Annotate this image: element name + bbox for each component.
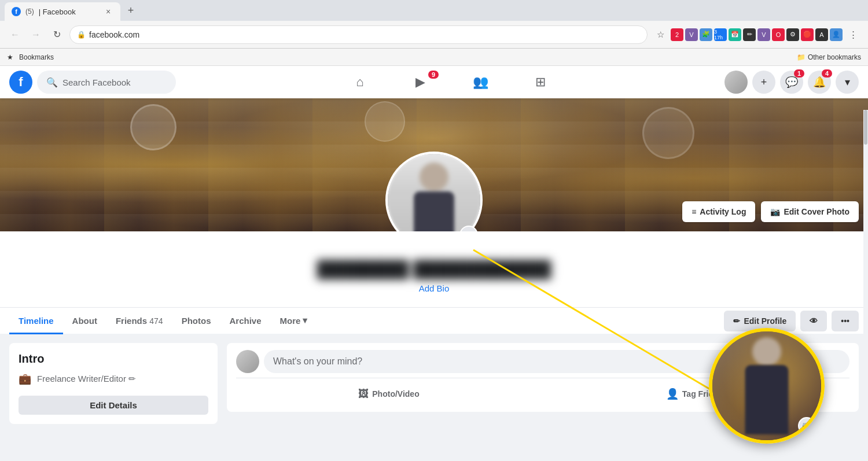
scrollbar-thumb: [864, 110, 867, 145]
cover-buttons: ≡ Activity Log 📷 Edit Cover Photo: [682, 201, 859, 222]
tab-friends[interactable]: Friends 474: [106, 309, 172, 334]
view-as-button[interactable]: 👁: [800, 311, 827, 331]
home-icon: ⌂: [356, 75, 363, 90]
new-tab-button[interactable]: +: [123, 2, 139, 19]
intro-title: Intro: [19, 352, 208, 366]
ext-icon-1[interactable]: 2: [671, 28, 683, 41]
edit-details-button[interactable]: Edit Details: [19, 396, 208, 415]
tag-friends-button[interactable]: 👤 Tag Friends: [544, 383, 849, 405]
notifications-badge: 4: [822, 69, 832, 78]
create-post-top: What's on your mind?: [236, 350, 849, 373]
edit-cover-camera-icon: 📷: [770, 207, 780, 216]
ext-icon-5[interactable]: 📅: [729, 28, 741, 41]
activity-log-icon: ≡: [692, 207, 696, 216]
browser-frame: f (5) | Facebook × + ← → ↻ 🔒 facebook.co…: [0, 0, 868, 461]
video-badge: 9: [428, 71, 439, 79]
ext-icon-6[interactable]: ✏: [743, 28, 756, 41]
tab-archive[interactable]: Archive: [220, 309, 270, 334]
edit-icon: ✏: [733, 316, 740, 326]
other-bookmarks[interactable]: 📁 Other bookmarks: [797, 53, 861, 61]
more-chevron-icon: ▾: [303, 315, 307, 326]
tab-close-button[interactable]: ×: [103, 6, 113, 17]
ext-icon-7[interactable]: V: [757, 28, 770, 41]
profile-area: 📷 ≡ Activity Log 📷 Edit Cover Photo: [0, 98, 868, 334]
right-column: What's on your mind? 🖼 Photo/Video 👤 Tag…: [227, 343, 859, 424]
profile-picture-image: [388, 154, 480, 231]
messenger-button[interactable]: 💬 1: [780, 71, 803, 94]
tab-count: (5): [25, 8, 34, 16]
back-button[interactable]: ←: [7, 27, 23, 43]
ext-icon-8[interactable]: O: [772, 28, 785, 41]
nav-people-button[interactable]: 👥: [451, 68, 509, 96]
url-text: facebook.com: [89, 30, 640, 39]
marketplace-icon: ⊞: [535, 75, 546, 90]
facebook-favicon: f: [12, 7, 21, 16]
edit-cover-photo-button[interactable]: 📷 Edit Cover Photo: [761, 201, 859, 222]
forward-button[interactable]: →: [28, 27, 44, 43]
edit-profile-button[interactable]: ✏ Edit Profile: [724, 311, 796, 331]
browser-nav-bar: ← → ↻ 🔒 facebook.com ☆ 2 V 🧩 3 17h 📅 ✏ V…: [0, 21, 868, 49]
video-icon: ▶: [415, 75, 425, 90]
bookmarks-label[interactable]: Bookmarks: [16, 52, 57, 62]
star-button[interactable]: ☆: [652, 27, 668, 43]
add-bio-link[interactable]: Add Bio: [419, 283, 450, 293]
bell-icon: 🔔: [813, 76, 826, 88]
add-button[interactable]: +: [752, 71, 775, 94]
nav-home-button[interactable]: ⌂: [331, 68, 389, 96]
photo-video-button[interactable]: 🖼 Photo/Video: [236, 383, 542, 405]
ext-icon-9[interactable]: ⚙: [786, 28, 799, 41]
tab-photos[interactable]: Photos: [172, 309, 220, 334]
ext-icon-11[interactable]: A: [815, 28, 828, 41]
nav-center: ⌂ ▶ 9 👥 ⊞: [176, 68, 724, 96]
nav-video-button[interactable]: ▶ 9: [391, 68, 449, 96]
messenger-icon: 💬: [785, 76, 798, 88]
search-bar[interactable]: 🔍: [37, 71, 176, 94]
folder-icon: 📁: [797, 53, 806, 61]
ext-icon-2[interactable]: V: [685, 28, 698, 41]
activity-log-button[interactable]: ≡ Activity Log: [682, 201, 755, 222]
browser-tab-facebook[interactable]: f (5) | Facebook ×: [5, 2, 120, 21]
facebook-nav: f 🔍 ⌂ ▶ 9 👥 ⊞: [0, 66, 868, 98]
photo-video-icon: 🖼: [358, 388, 369, 400]
more-actions-button[interactable]: •••: [832, 311, 859, 331]
ext-icon-10[interactable]: 🛑: [801, 28, 814, 41]
tab-more[interactable]: More ▾: [271, 308, 317, 334]
bookmarks-bar: ★ Bookmarks 📁 Other bookmarks: [0, 49, 868, 66]
chevron-down-icon: ▾: [845, 76, 850, 88]
intro-job-item: 💼 Freelance Writer/Editor ✏: [19, 373, 208, 385]
tab-about[interactable]: About: [63, 309, 106, 334]
facebook-content: f 🔍 ⌂ ▶ 9 👥 ⊞: [0, 66, 868, 461]
scrollbar[interactable]: [863, 110, 868, 461]
nav-profile-pic[interactable]: [724, 71, 748, 94]
people-icon: 👥: [473, 75, 488, 90]
browser-more-button[interactable]: ⋮: [845, 27, 861, 43]
ext-icon-3[interactable]: 🧩: [700, 28, 712, 41]
tab-bar: f (5) | Facebook × +: [0, 0, 868, 21]
ext-icon-4[interactable]: 3 17h: [714, 28, 727, 41]
post-avatar: [236, 350, 259, 373]
messenger-badge: 1: [794, 69, 804, 78]
tab-timeline[interactable]: Timeline: [9, 309, 63, 334]
notifications-button[interactable]: 🔔 4: [808, 71, 831, 94]
ext-icon-12[interactable]: 👤: [830, 28, 843, 41]
post-input[interactable]: What's on your mind?: [264, 350, 849, 373]
profile-main: Intro 💼 Freelance Writer/Editor ✏ Edit D…: [0, 334, 868, 433]
create-post-card: What's on your mind? 🖼 Photo/Video 👤 Tag…: [227, 343, 859, 412]
briefcase-icon: 💼: [19, 373, 31, 385]
cover-photo: 📷 ≡ Activity Log 📷 Edit Cover Photo: [0, 98, 868, 231]
friends-count: 474: [149, 316, 163, 326]
nav-actions: ☆ 2 V 🧩 3 17h 📅 ✏ V O ⚙ 🛑 A 👤 ⋮: [652, 27, 861, 43]
bookmarks-star-icon: ★: [7, 53, 13, 61]
tab-actions: ✏ Edit Profile 👁 •••: [724, 311, 859, 331]
address-bar[interactable]: 🔒 facebook.com: [69, 25, 648, 44]
search-icon: 🔍: [46, 77, 58, 88]
tab-title: | Facebook: [39, 8, 98, 16]
intro-card: Intro 💼 Freelance Writer/Editor ✏ Edit D…: [9, 343, 218, 424]
refresh-button[interactable]: ↻: [49, 27, 65, 43]
profile-name: ████████ ████████████: [0, 260, 868, 279]
facebook-logo[interactable]: f: [9, 71, 32, 94]
camera-icon: 📷: [464, 230, 475, 231]
search-input[interactable]: [62, 78, 167, 87]
nav-marketplace-button[interactable]: ⊞: [512, 68, 569, 96]
account-menu-button[interactable]: ▾: [836, 71, 859, 94]
